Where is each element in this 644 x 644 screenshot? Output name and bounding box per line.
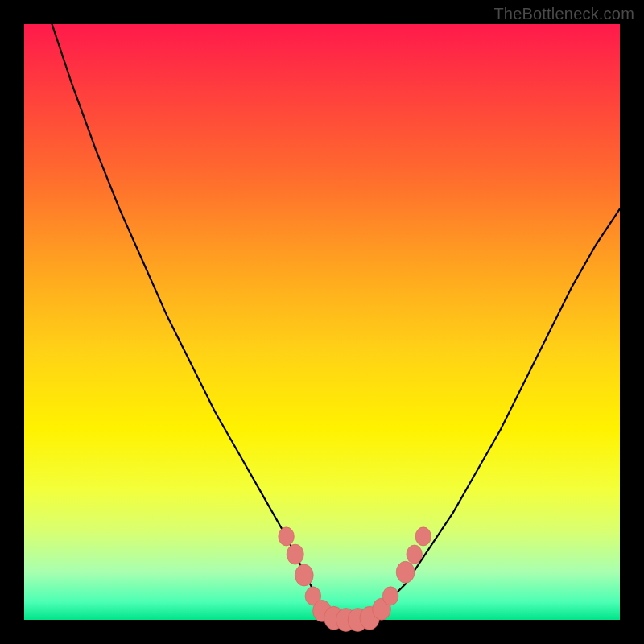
bottleneck-curve [24,0,620,620]
chart-frame: TheBottleneck.com [0,0,644,644]
curve-marker [407,545,423,564]
curve-markers [279,527,431,632]
curve-marker [415,527,431,546]
curve-marker [382,587,398,605]
curve-marker [396,561,415,583]
curve-marker [279,527,295,546]
chart-svg [24,24,620,620]
attribution-text: TheBottleneck.com [493,5,634,23]
curve-marker [295,564,313,586]
plot-area [24,24,620,620]
curve-marker [287,544,303,564]
